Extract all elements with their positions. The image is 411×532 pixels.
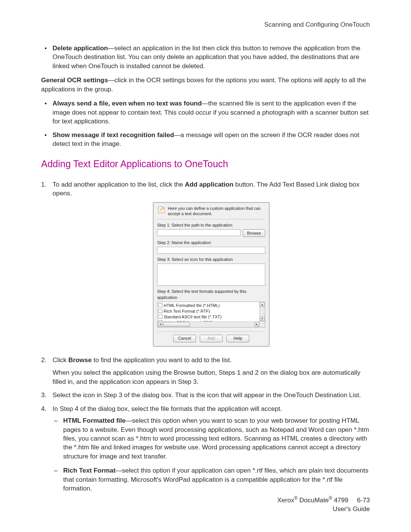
term: HTML Formatted file (63, 417, 126, 424)
general-ocr-para: General OCR settings—click in the OCR se… (41, 76, 370, 94)
format-checkbox[interactable]: HTML Formatted file (*.HTML) (164, 303, 258, 308)
path-input[interactable] (157, 229, 241, 236)
bullet-delete-application: Delete application—select an application… (41, 44, 370, 70)
step-2: Click Browse to find the application you… (41, 356, 370, 386)
bullet-show-message: Show message if text recognition failed—… (41, 131, 370, 149)
term: Always send a file, even when no text wa… (53, 100, 202, 107)
step-2-continuation: When you select the application using th… (53, 368, 370, 386)
header-title: Scanning and Configuring OneTouch (41, 21, 370, 29)
dialog-step3-label: Step 3: Select an icon for this applicat… (157, 257, 265, 262)
scroll-right-icon[interactable]: ► (255, 322, 259, 327)
format-checkbox[interactable]: Standard ASCII text file (*.TXT) (164, 314, 258, 320)
dash-html-formatted: HTML Formatted file—select this option w… (53, 416, 370, 461)
term: Delete application (53, 45, 108, 52)
step-4-text: In Step 4 of the dialog box, select the … (53, 405, 282, 412)
vertical-scrollbar[interactable]: ▲ ▼ (259, 302, 265, 322)
dash-rich-text: Rich Text Format—select this option if y… (53, 466, 370, 493)
formats-list[interactable]: HTML Formatted file (*.HTML) Rich Text F… (157, 302, 265, 328)
text-bold: Browse (68, 356, 92, 364)
bullets-top: Delete application—select an application… (41, 44, 370, 70)
reg-mark: ® (329, 495, 332, 501)
section-heading: Adding Text Editor Applications to OneTo… (41, 158, 370, 169)
term: Rich Text Format (63, 467, 116, 474)
bullets-ocr: Always send a file, even when no text wa… (41, 99, 370, 148)
svg-marker-1 (163, 207, 164, 208)
add-text-link-dialog: Here you can define a custom application… (153, 202, 269, 346)
steps-list: To add another application to the list, … (41, 180, 370, 493)
help-button[interactable]: Help (226, 335, 249, 342)
add-button[interactable]: Add (200, 335, 223, 342)
dialog-step4-label: Step 4: Select the text formats supporte… (157, 289, 265, 300)
page-number: 6-73 (357, 496, 370, 505)
term: General OCR settings (41, 77, 108, 84)
bullet-always-send: Always send a file, even when no text wa… (41, 99, 370, 126)
text-pre: Click (53, 356, 68, 364)
reg-mark: ® (294, 495, 298, 501)
text-bold: Add application (185, 181, 234, 188)
dialog-icon (157, 206, 166, 214)
dialog-head-text: Here you can define a custom application… (168, 206, 265, 217)
cancel-button[interactable]: Cancel (173, 335, 196, 342)
footer-product-a: Xerox (277, 497, 294, 504)
browse-button[interactable]: Browse (243, 229, 265, 237)
icon-selection-box[interactable] (157, 264, 265, 286)
term: Show message if text recognition failed (53, 131, 174, 139)
horizontal-scrollbar[interactable]: ◄ ► (158, 321, 260, 327)
step-4: In Step 4 of the dialog box, select the … (41, 404, 370, 493)
step-1: To add another application to the list, … (41, 180, 370, 347)
scroll-thumb[interactable] (163, 322, 190, 327)
footer-product-c: 4799 (332, 497, 349, 504)
page-footer: Xerox® DocuMate® 4799 6-73 User's Guide (277, 495, 370, 514)
dialog-step2-label: Step 2: Name the application (157, 240, 265, 246)
scroll-up-icon[interactable]: ▲ (260, 302, 264, 307)
step-3: Select the icon in Step 3 of the dialog … (41, 391, 370, 399)
format-checkbox[interactable]: Rich Text Format (*.RTF) (164, 308, 258, 314)
scroll-down-icon[interactable]: ▼ (260, 316, 264, 321)
text-pre: To add another application to the list, … (53, 181, 185, 188)
scroll-corner (259, 321, 265, 327)
footer-guide: User's Guide (277, 505, 370, 514)
name-input[interactable] (157, 247, 265, 254)
footer-product-b: DocuMate (298, 497, 329, 504)
dialog-step1-label: Step 1: Select the path to the applicati… (157, 222, 265, 228)
step-4-dashes: HTML Formatted file—select this option w… (53, 416, 370, 493)
scroll-left-icon[interactable]: ◄ (158, 322, 162, 327)
text-post: to find the application you want to add … (92, 356, 232, 364)
